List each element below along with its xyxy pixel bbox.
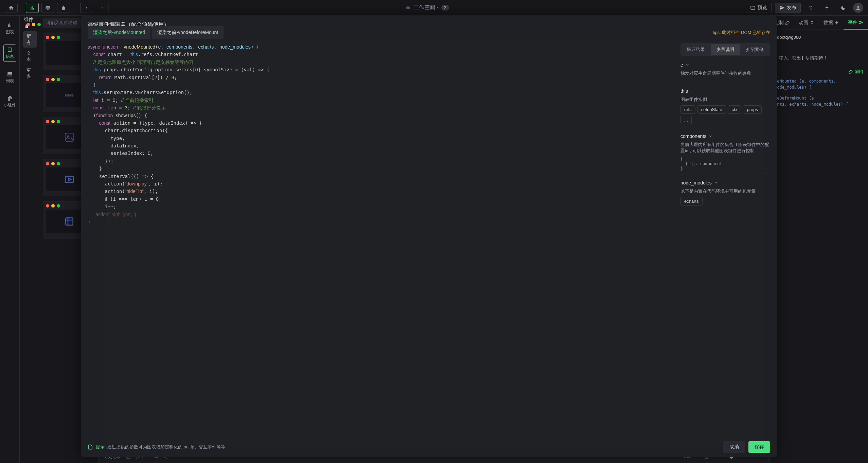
var-nodemodules[interactable]: node_modules [680,180,770,185]
layers-icon[interactable] [41,3,54,13]
publish-button[interactable]: 发布 [775,3,801,13]
chart-icon[interactable] [26,3,39,13]
doc-icon [88,444,93,450]
component-id: 1doctqwg000 [775,35,863,40]
svg-rect-4 [65,133,73,141]
subnav-text[interactable]: 文本 [23,48,37,65]
chip-setupstate[interactable]: setupState [697,105,726,114]
side-tab-cases[interactable]: 介绍案例 [740,44,769,55]
code-snippet: node_modules) { [775,85,863,90]
svg-rect-2 [8,48,12,52]
tab-data[interactable]: 数据 [819,16,844,30]
subnav-all[interactable]: 所有 [23,31,37,48]
drop-icon[interactable] [57,3,70,13]
hint-text: 、移入、移出】尽情期待！ [775,55,863,61]
chip-echarts[interactable]: echarts [680,197,703,206]
sparkle-icon[interactable] [820,3,833,13]
forward-icon[interactable] [96,3,109,13]
var-e[interactable]: e [680,62,770,68]
topbar: 工作空间 - 2 预览 发布 [0,0,868,16]
svg-rect-0 [751,6,755,9]
svg-rect-8 [66,218,73,225]
svg-marker-7 [68,178,71,181]
tab-event[interactable]: 事件 [844,16,868,30]
tab-anim[interactable]: 动画 [794,16,819,30]
title-area: 工作空间 - 2 [111,4,743,11]
code-snippet: deMounted (e, components, [775,79,863,84]
fish-icon [405,5,411,11]
chip-props[interactable]: props [743,105,762,114]
var-components[interactable]: components [680,133,770,139]
translate-icon[interactable] [804,3,817,13]
var-code: { [id]: component } [680,157,770,171]
side-tab-vars[interactable]: 变量说明 [711,44,740,55]
var-this[interactable]: this [680,88,770,94]
cancel-button[interactable]: 取消 [723,441,745,453]
home-icon[interactable] [5,3,18,13]
preview-button[interactable]: 预览 [746,3,772,13]
avatar[interactable] [853,3,863,13]
properties-panel: 定制 动画 数据 事件 1doctqwg000 ⌄ 、移入、移出】尽情期待！ ⌄… [769,16,868,463]
workspace-label: 工作空间 - [413,4,439,11]
modal-footer: 提示 通过提供的参数可为图表增加定制化的tooltip、交互事件等等 取消 保存 [81,437,777,457]
modal-side-panel: 验证结果 变量说明 介绍案例 e 触发对应生命周期事件时接收的参数 this 图… [675,39,770,437]
tip-label: 提示 [96,444,105,450]
collapse-row[interactable]: ⌄ [775,44,863,55]
modal-tabs: 渲染之后-vnodeMounted 渲染之前-vnodeBeforeMount … [81,26,777,39]
svg-rect-6 [65,176,73,183]
side-nav: 图表 信息 列表 小组件 [0,16,20,463]
nav-info[interactable]: 信息 [3,44,16,62]
code-snippet: deBeforeMount (e, [775,96,863,101]
save-button[interactable]: 保存 [748,441,770,453]
event-editor-modal: 高级事件编辑器（配合源码使用） 渲染之后-vnodeMounted 渲染之前-v… [81,16,777,457]
modal-tab-mounted[interactable]: 渲染之后-vnodeMounted [88,26,150,39]
tip-text: 通过提供的参数可为图表增加定制化的tooltip、交互事件等等 [107,444,225,450]
chip-more[interactable]: ... [680,116,692,124]
edit-button[interactable]: 编辑 [848,69,863,75]
svg-point-5 [67,135,69,137]
svg-point-1 [857,6,859,7]
chip-refs[interactable]: refs [680,105,695,114]
nav-widget[interactable]: 小组件 [2,93,18,110]
code-editor[interactable]: async function vnodeMounted(e, component… [88,39,675,437]
modal-tips: tips: 此时组件 DOM 已经存在 [713,30,770,36]
theme-icon[interactable] [837,3,850,13]
nav-chart[interactable]: 图表 [4,20,16,37]
chip-ctx[interactable]: ctx [728,105,741,114]
collapse-row[interactable]: ⌄编辑 [775,66,863,77]
code-snippet: ents, echarts, node_modules) { [775,102,863,107]
nav-list[interactable]: 列表 [4,69,16,86]
subnav-more[interactable]: 更多 [23,65,37,82]
modal-tab-before[interactable]: 渲染之前-vnodeBeforeMount [152,26,224,39]
workspace-badge: 2 [441,5,449,11]
side-tab-verify[interactable]: 验证结果 [681,44,711,55]
back-icon[interactable] [80,3,93,13]
